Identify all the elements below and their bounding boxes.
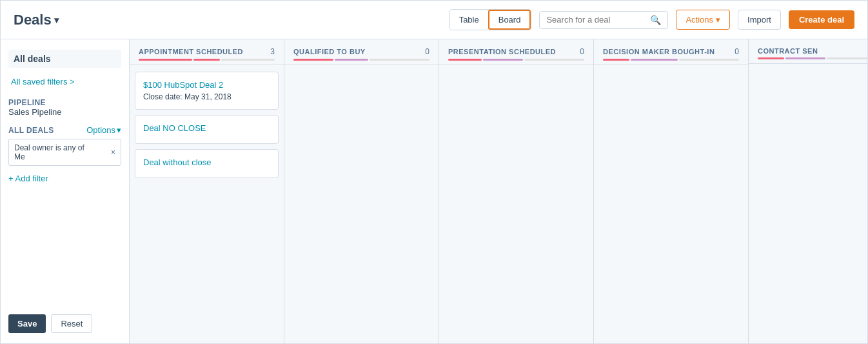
deal-card-title[interactable]: $100 HubSpot Deal 2	[143, 80, 270, 90]
sidebar-actions: Save Reset	[8, 314, 121, 333]
column-count-qualified-to-buy: 0	[425, 47, 429, 56]
pipeline-label: Pipeline	[8, 98, 121, 107]
board-area: APPOINTMENT SCHEDULED3$100 HubSpot Deal …	[130, 39, 867, 343]
column-body-presentation-scheduled	[439, 65, 593, 78]
app-wrapper: Deals ▾ Table Board 🔍 Actions ▾ Import C…	[0, 0, 868, 344]
column-body-qualified-to-buy	[284, 65, 439, 78]
deal-card-title[interactable]: Deal NO CLOSE	[143, 123, 270, 133]
board-column-contract-sent: CONTRACT SEN	[749, 39, 867, 343]
view-toggle: Table Board	[449, 9, 532, 30]
all-deals-heading: All deals	[8, 50, 121, 68]
progress-bar	[827, 57, 867, 59]
view-table-button[interactable]: Table	[450, 10, 488, 30]
pipeline-value: Sales Pipeline	[8, 107, 121, 117]
progress-bar	[221, 59, 275, 61]
progress-bar	[483, 59, 523, 61]
column-title-appointment-scheduled: APPOINTMENT SCHEDULED	[139, 48, 243, 56]
filter-chip-close[interactable]: ×	[111, 148, 115, 157]
actions-label: Actions	[686, 15, 713, 25]
search-box: 🔍	[539, 11, 668, 29]
options-dropdown-icon: ▾	[117, 125, 121, 135]
reset-button[interactable]: Reset	[51, 314, 92, 333]
search-icon: 🔍	[650, 15, 661, 25]
page-title-text: Deals	[14, 12, 52, 28]
deal-card: $100 HubSpot Deal 2Close date: May 31, 2…	[135, 72, 279, 110]
column-count-appointment-scheduled: 3	[270, 47, 275, 56]
actions-dropdown-icon: ▾	[716, 15, 720, 25]
saved-filters-link[interactable]: All saved filters >	[8, 76, 121, 88]
progress-bar	[335, 59, 368, 61]
board-column-appointment-scheduled: APPOINTMENT SCHEDULED3$100 HubSpot Deal …	[130, 39, 284, 343]
column-title-qualified-to-buy: QUALIFIED TO BUY	[293, 48, 366, 56]
view-board-button[interactable]: Board	[488, 10, 531, 30]
column-header-contract-sent: CONTRACT SEN	[749, 39, 867, 64]
board-column-presentation-scheduled: PRESENTATION SCHEDULED0	[439, 39, 594, 343]
progress-bar	[193, 59, 220, 61]
deal-card: Deal NO CLOSE	[135, 115, 279, 144]
all-deals-label: All deals	[8, 126, 54, 135]
board-columns: APPOINTMENT SCHEDULED3$100 HubSpot Deal …	[130, 39, 867, 343]
column-body-decision-maker-bought-in	[594, 65, 748, 78]
deal-card-title[interactable]: Deal without close	[143, 157, 270, 167]
title-dropdown-icon[interactable]: ▾	[54, 15, 59, 25]
save-button[interactable]: Save	[8, 314, 46, 333]
deal-card: Deal without close	[135, 149, 279, 178]
search-input[interactable]	[546, 15, 646, 25]
progress-bar	[603, 59, 629, 61]
add-filter-link[interactable]: + Add filter	[8, 174, 121, 183]
column-count-presentation-scheduled: 0	[580, 47, 584, 56]
progress-bar	[139, 59, 192, 61]
progress-bar	[758, 57, 784, 59]
main-content: All deals All saved filters > Pipeline S…	[1, 39, 867, 343]
column-header-appointment-scheduled: APPOINTMENT SCHEDULED3	[130, 39, 284, 65]
column-header-decision-maker-bought-in: DECISION MAKER BOUGHT-IN0	[594, 39, 748, 65]
import-button[interactable]: Import	[738, 10, 781, 30]
board-column-decision-maker-bought-in: DECISION MAKER BOUGHT-IN0	[594, 39, 749, 343]
sidebar: All deals All saved filters > Pipeline S…	[1, 39, 130, 343]
pipeline-section: Pipeline Sales Pipeline	[8, 96, 121, 117]
column-body-contract-sent	[749, 64, 867, 77]
create-deal-button[interactable]: Create deal	[789, 10, 854, 29]
progress-bar	[370, 59, 429, 61]
column-title-presentation-scheduled: PRESENTATION SCHEDULED	[448, 48, 556, 56]
board-column-qualified-to-buy: QUALIFIED TO BUY0	[284, 39, 439, 343]
progress-bar	[785, 57, 825, 59]
column-header-presentation-scheduled: PRESENTATION SCHEDULED0	[439, 39, 593, 65]
progress-bar	[293, 59, 333, 61]
page-title: Deals ▾	[14, 12, 59, 28]
column-count-decision-maker-bought-in: 0	[735, 47, 739, 56]
header: Deals ▾ Table Board 🔍 Actions ▾ Import C…	[1, 1, 867, 39]
deal-card-date: Close date: May 31, 2018	[143, 92, 270, 101]
progress-bar	[679, 59, 739, 61]
progress-bar	[631, 59, 677, 61]
options-button[interactable]: Options ▾	[86, 125, 121, 135]
column-body-appointment-scheduled: $100 HubSpot Deal 2Close date: May 31, 2…	[130, 65, 284, 185]
filter-chip-text: Deal owner is any of Me	[14, 143, 84, 161]
progress-bar	[524, 59, 584, 61]
actions-button[interactable]: Actions ▾	[676, 10, 730, 30]
column-header-qualified-to-buy: QUALIFIED TO BUY0	[284, 39, 439, 65]
column-title-contract-sent: CONTRACT SEN	[758, 47, 818, 55]
filter-chip: Deal owner is any of Me ×	[8, 139, 121, 166]
column-title-decision-maker-bought-in: DECISION MAKER BOUGHT-IN	[603, 48, 715, 56]
progress-bar	[448, 59, 482, 61]
all-deals-section: All deals Options ▾ Deal owner is any of…	[8, 125, 121, 166]
options-label: Options	[86, 125, 115, 135]
